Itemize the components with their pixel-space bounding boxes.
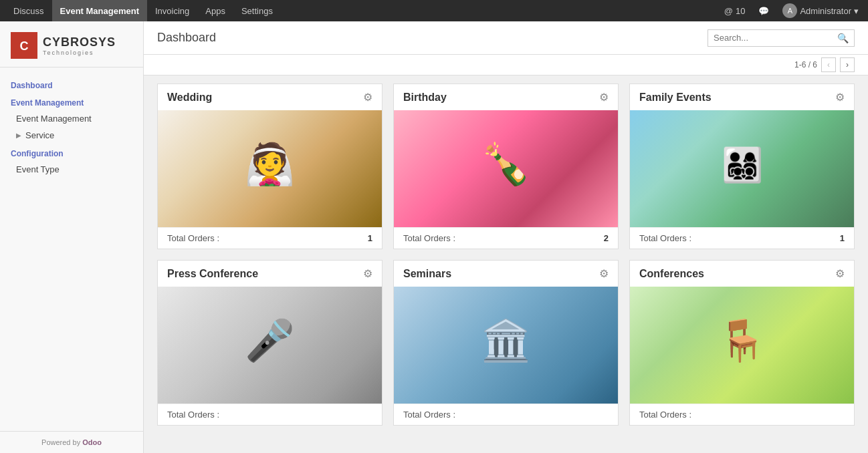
sidebar-item-event-management[interactable]: Event Management — [0, 110, 143, 127]
card-pressconf-header: Press Conference ⚙ — [158, 261, 382, 287]
card-seminars-title: Seminars — [403, 268, 451, 280]
card-birthday-gear-icon[interactable]: ⚙ — [599, 91, 609, 104]
logo-box: C CYBROSYS Technologies — [11, 32, 132, 59]
card-press-conference[interactable]: Press Conference ⚙ Total Orders : — [157, 260, 383, 426]
service-arrow-icon: ▶ — [16, 132, 21, 139]
nav-discuss[interactable]: Discuss — [5, 0, 52, 21]
page-title: Dashboard — [157, 31, 216, 45]
card-birthday-footer: Total Orders : 2 — [394, 227, 618, 249]
at-icon: @ — [724, 6, 733, 16]
topnav-admin[interactable]: A Administrator ▾ — [778, 3, 863, 18]
admin-dropdown-icon: ▾ — [854, 6, 859, 16]
card-birthday[interactable]: Birthday ⚙ Total Orders : 2 — [393, 84, 619, 249]
card-seminars-gear-icon[interactable]: ⚙ — [599, 267, 609, 280]
topnav-messages[interactable]: 💬 — [754, 6, 773, 16]
pagination-next-button[interactable]: › — [840, 57, 855, 72]
sidebar-section-event-management: Event Management — [0, 93, 143, 110]
card-wedding-footer: Total Orders : 1 — [158, 227, 382, 249]
card-birthday-image — [394, 110, 618, 227]
sidebar-item-dashboard[interactable]: Dashboard — [0, 76, 143, 93]
footer-brand: Odoo — [82, 438, 102, 446]
search-box[interactable]: 🔍 — [708, 29, 855, 47]
card-family-orders-count: 1 — [840, 233, 845, 243]
card-family-image — [630, 110, 854, 227]
search-input[interactable] — [714, 33, 837, 43]
topnav-right: @ 10 💬 A Administrator ▾ — [720, 3, 863, 18]
card-pressconf-orders-label: Total Orders : — [167, 410, 219, 420]
nav-apps[interactable]: Apps — [197, 0, 233, 21]
card-seminars-image — [394, 287, 618, 404]
messages-icon: 💬 — [758, 6, 769, 16]
card-seminars-orders-label: Total Orders : — [403, 410, 455, 420]
pagination-prev-button[interactable]: ‹ — [821, 57, 836, 72]
card-conferences-title: Conferences — [639, 268, 704, 280]
card-birthday-orders-count: 2 — [604, 233, 609, 243]
card-family-orders-label: Total Orders : — [639, 233, 691, 243]
sidebar-nav: Dashboard Event Management Event Managem… — [0, 67, 143, 431]
layout: C CYBROSYS Technologies Dashboard Event … — [0, 21, 868, 453]
grid-content: Wedding ⚙ Total Orders : 1 Birthday ⚙ — [144, 76, 868, 453]
admin-label: Administrator — [800, 6, 851, 16]
sidebar-footer: Powered by Odoo — [0, 431, 143, 453]
card-conferences[interactable]: Conferences ⚙ Total Orders : — [629, 260, 855, 426]
card-seminars-footer: Total Orders : — [394, 404, 618, 425]
card-conferences-footer: Total Orders : — [630, 404, 854, 425]
pagination-bar: 1-6 / 6 ‹ › — [144, 55, 868, 76]
card-pressconf-gear-icon[interactable]: ⚙ — [363, 267, 372, 280]
service-label: Service — [25, 130, 54, 140]
card-conferences-orders-label: Total Orders : — [639, 410, 691, 420]
sidebar: C CYBROSYS Technologies Dashboard Event … — [0, 21, 144, 453]
card-family-events[interactable]: Family Events ⚙ Total Orders : 1 — [629, 84, 855, 249]
card-wedding-title: Wedding — [167, 92, 212, 104]
sidebar-section-configuration: Configuration — [0, 144, 143, 161]
card-wedding[interactable]: Wedding ⚙ Total Orders : 1 — [157, 84, 383, 249]
admin-avatar: A — [782, 3, 797, 18]
sidebar-logo: C CYBROSYS Technologies — [0, 21, 143, 67]
card-seminars[interactable]: Seminars ⚙ Total Orders : — [393, 260, 619, 426]
svg-text:C: C — [20, 39, 29, 53]
topnav: Discuss Event Management Invoicing Apps … — [0, 0, 868, 21]
event-grid: Wedding ⚙ Total Orders : 1 Birthday ⚙ — [157, 84, 855, 426]
card-wedding-image — [158, 110, 382, 227]
card-family-gear-icon[interactable]: ⚙ — [835, 91, 845, 104]
logo-text: CYBROSYS Technologies — [43, 35, 116, 56]
notification-count: 10 — [736, 6, 745, 16]
card-pressconf-footer: Total Orders : — [158, 404, 382, 425]
card-wedding-orders-count: 1 — [368, 233, 372, 243]
card-conferences-gear-icon[interactable]: ⚙ — [835, 267, 845, 280]
search-icon[interactable]: 🔍 — [837, 33, 849, 43]
logo-name: CYBROSYS — [43, 35, 116, 49]
card-conferences-image — [630, 287, 854, 404]
card-seminars-header: Seminars ⚙ — [394, 261, 618, 287]
sidebar-item-event-type[interactable]: Event Type — [0, 161, 143, 178]
main-content: Dashboard 🔍 1-6 / 6 ‹ › Wedding ⚙ — [144, 21, 868, 453]
card-birthday-header: Birthday ⚙ — [394, 84, 618, 110]
pagination-info: 1-6 / 6 — [794, 60, 817, 69]
logo-sub: Technologies — [43, 49, 116, 56]
card-wedding-orders-label: Total Orders : — [167, 233, 219, 243]
main-header: Dashboard 🔍 — [144, 21, 868, 55]
card-wedding-header: Wedding ⚙ — [158, 84, 382, 110]
card-pressconf-image — [158, 287, 382, 404]
card-birthday-orders-label: Total Orders : — [403, 233, 455, 243]
nav-settings[interactable]: Settings — [233, 0, 281, 21]
card-conferences-header: Conferences ⚙ — [630, 261, 854, 287]
card-family-header: Family Events ⚙ — [630, 84, 854, 110]
card-family-footer: Total Orders : 1 — [630, 227, 854, 249]
nav-invoicing[interactable]: Invoicing — [147, 0, 197, 21]
card-birthday-title: Birthday — [403, 92, 447, 104]
topnav-notifications[interactable]: @ 10 — [720, 6, 750, 16]
logo-icon: C — [11, 32, 37, 59]
nav-event-management[interactable]: Event Management — [52, 0, 147, 21]
card-family-title: Family Events — [639, 92, 712, 104]
sidebar-item-service[interactable]: ▶ Service — [0, 127, 143, 144]
card-pressconf-title: Press Conference — [167, 268, 258, 280]
card-wedding-gear-icon[interactable]: ⚙ — [363, 91, 372, 104]
